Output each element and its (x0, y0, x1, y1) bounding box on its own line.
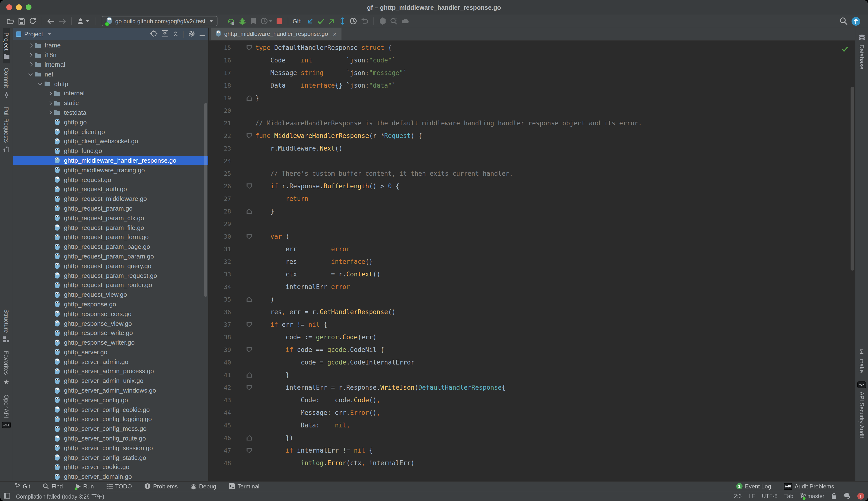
close-window-button[interactable] (6, 4, 12, 10)
locate-file-icon[interactable] (150, 30, 157, 39)
tree-item[interactable]: ghttp_request_param_form.go (13, 232, 208, 242)
settings-gear-icon[interactable] (188, 30, 195, 39)
git-branch-widget[interactable]: master (800, 493, 824, 500)
git-push-icon[interactable] (326, 15, 337, 27)
tool-window-button-run[interactable]: Run (75, 483, 94, 490)
history-icon[interactable] (348, 15, 359, 27)
tool-window-button-todo[interactable]: TODO (106, 483, 132, 490)
code-line[interactable]: 16 Code int `json:"code"` (209, 54, 855, 67)
fold-marker-icon[interactable] (247, 95, 252, 101)
code-line[interactable]: 41 } (209, 369, 855, 382)
code-line[interactable]: 40 code = gcode.CodeInternalError (209, 356, 855, 369)
tree-item[interactable]: ghttp_server_cookie.go (13, 462, 208, 472)
tree-item[interactable]: ghttp_client_websocket.go (13, 137, 208, 146)
code-line[interactable]: 23 r.Middleware.Next() (209, 142, 855, 155)
fold-marker-icon[interactable] (247, 234, 252, 239)
tool-stripe-item-structure[interactable]: Structure (3, 305, 10, 347)
tree-item[interactable]: ghttp_request_param.go (13, 204, 208, 213)
fold-marker-icon[interactable] (247, 385, 252, 390)
code-line[interactable]: 18 Data interface{} `json:"data"` (209, 79, 855, 92)
tree-item[interactable]: ghttp.go (13, 117, 208, 127)
tree-item[interactable]: ghttp_request_param_ctx.go (13, 213, 208, 223)
tree-item[interactable]: ghttp_middleware_handler_response.go (13, 156, 208, 165)
tree-item[interactable]: ghttp_request_param_router.go (13, 280, 208, 290)
tree-item[interactable]: ghttp_server_config_logging.go (13, 414, 208, 424)
code-line[interactable]: 44 Message: err.Error(), (209, 407, 855, 419)
tree-item[interactable]: internal (13, 88, 208, 98)
tree-item[interactable]: ghttp_response_view.go (13, 319, 208, 328)
tool-stripe-item-openapi[interactable]: OpenAPI/API (2, 391, 10, 433)
open-folder-icon[interactable] (5, 15, 17, 27)
tree-item[interactable]: ghttp_server_config_static.go (13, 453, 208, 462)
tree-item[interactable]: ghttp_func.go (13, 146, 208, 156)
notifications-error-icon[interactable]: ! (857, 493, 864, 500)
tree-item[interactable]: ghttp_response_write.go (13, 328, 208, 338)
code-line[interactable]: 15type DefaultHandlerResponse struct { (209, 42, 855, 54)
tree-item[interactable]: ghttp_server_admin.go (13, 357, 208, 367)
indent-indicator[interactable]: Tab (784, 493, 793, 499)
user-profile-icon[interactable] (75, 15, 92, 27)
tool-window-button-problems[interactable]: Problems (144, 483, 178, 490)
tree-item[interactable]: ghttp_server_admin_unix.go (13, 376, 208, 386)
expand-all-icon[interactable] (162, 30, 168, 39)
fold-marker-icon[interactable] (247, 45, 252, 50)
profiler-icon[interactable] (259, 15, 275, 27)
fold-marker-icon[interactable] (247, 209, 252, 214)
tree-item[interactable]: ghttp_server_admin_process.go (13, 366, 208, 376)
tree-expand-icon[interactable] (36, 80, 44, 87)
background-tasks-icon[interactable] (843, 492, 850, 500)
code-line[interactable]: 30 var ( (209, 231, 855, 243)
fold-marker-icon[interactable] (247, 347, 252, 352)
tree-item[interactable]: i18n (13, 50, 208, 60)
tree-item[interactable]: ghttp_response.go (13, 299, 208, 309)
code-editor[interactable]: 15type DefaultHandlerResponse struct {16… (209, 41, 855, 481)
tool-stripe-item-database[interactable]: Database (858, 30, 865, 74)
save-icon[interactable] (17, 15, 27, 27)
run-with-coverage-icon[interactable] (248, 15, 259, 27)
tree-item[interactable]: ghttp_server_domain.go (13, 472, 208, 481)
code-line[interactable]: 28 } (209, 205, 855, 218)
tree-item[interactable]: ghttp_request_param_file.go (13, 223, 208, 232)
tree-item[interactable]: ghttp_middleware_tracing.go (13, 165, 208, 175)
tree-item[interactable]: ghttp (13, 79, 208, 88)
tree-item[interactable]: net (13, 70, 208, 79)
code-line[interactable]: 31 err error (209, 243, 855, 256)
project-view-selector[interactable]: Project (16, 31, 51, 38)
tree-item[interactable]: ghttp_request_param_page.go (13, 242, 208, 252)
tree-expand-icon[interactable] (46, 90, 53, 97)
code-line[interactable]: 32 res interface{} (209, 256, 855, 268)
git-update-icon[interactable] (305, 15, 315, 27)
tool-stripe-item-make[interactable]: Σmake (858, 343, 865, 377)
status-message[interactable]: Compilation failed (today 3:26 下午) (16, 492, 104, 500)
caret-position[interactable]: 2:3 (734, 493, 742, 499)
fold-marker-icon[interactable] (247, 448, 252, 453)
tool-window-button-event-log[interactable]: 1Event Log (736, 483, 771, 490)
tree-item[interactable]: ghttp_request_middleware.go (13, 194, 208, 204)
line-ending-indicator[interactable]: LF (749, 493, 755, 499)
run-configuration-select[interactable]: go build github.com/gogf/gf/v2/.test (102, 16, 218, 26)
editor-scrollbar[interactable] (850, 87, 854, 270)
code-line[interactable]: 36 res, err = r.GetHandlerResponse() (209, 306, 855, 319)
encoding-indicator[interactable]: UTF-8 (762, 493, 777, 499)
tree-item[interactable]: ghttp_server_admin_windows.go (13, 385, 208, 395)
fold-marker-icon[interactable] (247, 183, 252, 189)
collapse-all-icon[interactable] (172, 30, 179, 39)
tree-item[interactable]: ghttp_server_config_mess.go (13, 424, 208, 434)
tree-item[interactable]: ghttp_request_param_param.go (13, 252, 208, 261)
code-line[interactable]: 24 (209, 155, 855, 168)
tree-item[interactable]: ghttp_response_cors.go (13, 309, 208, 319)
tree-item[interactable]: internal (13, 60, 208, 70)
tree-item[interactable]: static (13, 98, 208, 108)
tool-window-button-debug[interactable]: Debug (190, 483, 216, 490)
tree-item[interactable]: ghttp_server_config_session.go (13, 443, 208, 453)
code-line[interactable]: 29 (209, 218, 855, 231)
tool-stripe-item-favorites[interactable]: Favorites★ (3, 347, 10, 391)
tree-scrollbar[interactable] (204, 103, 207, 297)
git-merge-icon[interactable] (337, 15, 348, 27)
code-line[interactable]: 22func MiddlewareHandlerResponse(r *Requ… (209, 130, 855, 142)
code-line[interactable]: 35 ) (209, 293, 855, 306)
code-line[interactable]: 45 Data: nil, (209, 419, 855, 432)
back-icon[interactable] (45, 15, 57, 27)
tool-stripe-item-pull-requests[interactable]: Pull Requests (3, 103, 10, 157)
code-line[interactable]: 42 internalErr = r.Response.WriteJson(De… (209, 382, 855, 394)
